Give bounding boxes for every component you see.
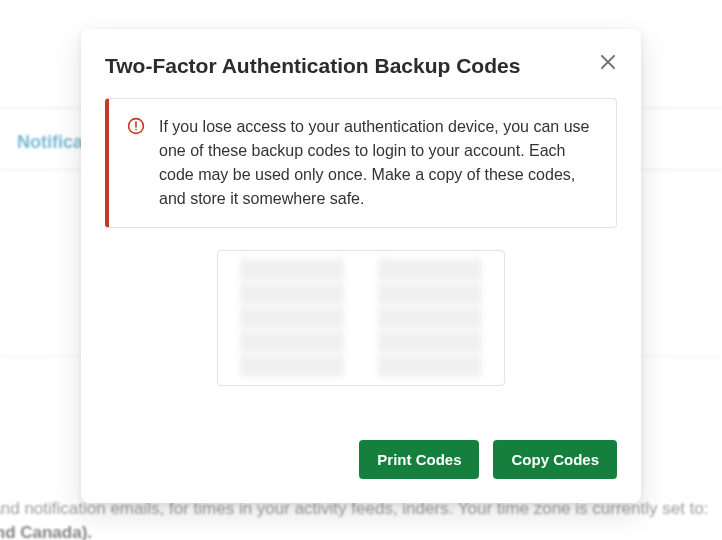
modal-header: Two-Factor Authentication Backup Codes <box>105 53 617 78</box>
backup-codes-modal: Two-Factor Authentication Backup Codes I… <box>81 29 641 503</box>
modal-title: Two-Factor Authentication Backup Codes <box>105 53 520 78</box>
print-codes-button[interactable]: Print Codes <box>359 440 479 479</box>
copy-codes-button[interactable]: Copy Codes <box>493 440 617 479</box>
modal-footer: Print Codes Copy Codes <box>105 440 617 479</box>
backup-code-placeholder <box>240 355 344 377</box>
backup-code-placeholder <box>378 259 482 281</box>
backup-codes-box <box>217 250 505 386</box>
svg-point-4 <box>135 129 137 131</box>
backup-code-placeholder <box>240 307 344 329</box>
backup-code-placeholder <box>240 259 344 281</box>
codes-column-right <box>378 259 482 377</box>
backup-code-placeholder <box>378 355 482 377</box>
codes-column-left <box>240 259 344 377</box>
close-button[interactable] <box>599 53 617 74</box>
backup-code-placeholder <box>240 331 344 353</box>
close-icon <box>601 55 615 72</box>
warning-alert: If you lose access to your authenticatio… <box>105 98 617 228</box>
backup-code-placeholder <box>240 283 344 305</box>
backup-code-placeholder <box>378 283 482 305</box>
backup-code-placeholder <box>378 307 482 329</box>
alert-icon <box>127 117 145 135</box>
backup-code-placeholder <box>378 331 482 353</box>
alert-text: If you lose access to your authenticatio… <box>159 115 598 211</box>
